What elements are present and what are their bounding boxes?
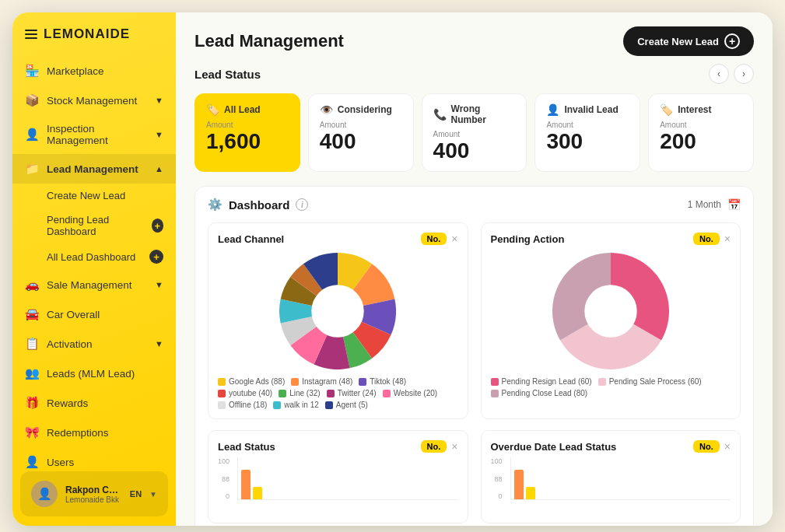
lead-channel-no-button[interactable]: No. xyxy=(421,233,447,245)
amount-label: Amount xyxy=(660,121,742,129)
chevron-down-icon: ▼ xyxy=(155,280,163,289)
considering-label: Considering xyxy=(338,104,392,115)
sidebar-item-label: Marketplace xyxy=(47,65,104,77)
sidebar-subitem-all-lead[interactable]: All Lead Dashboard + xyxy=(12,243,176,270)
sidebar-item-label: Rewards xyxy=(47,397,88,409)
sidebar-item-label: Stock Management xyxy=(47,95,137,107)
sidebar-item-marketplace[interactable]: 🏪 Marketplace xyxy=(12,56,176,86)
time-filter: 1 Month 📅 xyxy=(688,198,741,211)
status-card-considering[interactable]: 👁️ Considering Amount 400 xyxy=(308,93,414,172)
sidebar-item-inspection-management[interactable]: 👤 Inspection Management ▼ xyxy=(12,115,176,154)
overdue-date-chart-title: Overdue Date Lead Status xyxy=(491,441,617,453)
sidebar-item-redemptions[interactable]: 🎀 Redemptions xyxy=(12,418,176,447)
sidebar: LEMONAIDE 🏪 Marketplace 📦 Stock Manageme… xyxy=(12,12,176,526)
bar-orange xyxy=(514,470,524,499)
sub-item-label: All Lead Dashboard xyxy=(47,251,135,263)
sidebar-item-label: Sale Management xyxy=(47,279,132,291)
status-card-all-lead[interactable]: 🏷️ All Lead Amount 1,600 xyxy=(194,93,300,172)
sidebar-item-lead-management[interactable]: 📁 Lead Management ▲ xyxy=(12,154,176,184)
dashboard-title: Dashboard xyxy=(229,198,289,212)
status-card-wrong-number[interactable]: 📞 Wrong Number Amount 400 xyxy=(422,93,527,172)
pending-action-title: Pending Action xyxy=(491,233,565,245)
calendar-icon[interactable]: 📅 xyxy=(727,198,741,211)
language-selector[interactable]: EN xyxy=(130,489,142,499)
lead-channel-pie xyxy=(218,253,458,369)
inspection-icon: 👤 xyxy=(25,128,39,142)
pending-action-pie xyxy=(491,253,731,369)
sidebar-item-leads-mlm[interactable]: 👥 Leads (MLM Lead) xyxy=(12,359,176,388)
dashboard-header: ⚙️ Dashboard i 1 Month 📅 xyxy=(208,198,741,212)
pending-action-no-button[interactable]: No. xyxy=(693,233,720,245)
status-card-invalid-lead[interactable]: 👤 Invalid Lead Amount 300 xyxy=(534,93,640,172)
page-title: Lead Management xyxy=(194,31,344,51)
amount-label: Amount xyxy=(206,121,289,129)
legend-item: Website (20) xyxy=(383,389,438,397)
y-mid-label: 88 xyxy=(495,475,503,483)
charts-row: Lead Channel No. × xyxy=(208,222,741,419)
create-new-lead-button[interactable]: Create New Lead + xyxy=(623,26,754,56)
amount-label: Amount xyxy=(320,121,402,129)
y-max-label: 100 xyxy=(491,457,503,465)
content-area: Lead Status ‹ › 🏷️ All Lead Amount 1,600 xyxy=(176,64,773,526)
user-profile[interactable]: 👤 Rakpon Chartsuwan Lemonaide Bkk EN ▼ xyxy=(20,471,168,516)
considering-value: 400 xyxy=(320,131,402,152)
add-all-lead-button[interactable]: + xyxy=(149,250,163,264)
svg-point-1 xyxy=(584,285,637,338)
legend-item: Pending Close Lead (80) xyxy=(491,389,588,397)
sidebar-item-label: Car Overall xyxy=(47,309,100,320)
legend-item: walk in 12 xyxy=(273,401,318,409)
pending-action-close-button[interactable]: × xyxy=(724,233,731,245)
sidebar-item-rewards[interactable]: 🎁 Rewards xyxy=(12,388,176,418)
lead-status-chart: Lead Status No. × 100 88 0 xyxy=(208,430,468,523)
car-icon: 🚘 xyxy=(25,307,39,321)
overdue-date-close-button[interactable]: × xyxy=(724,440,731,453)
status-card-interest[interactable]: 🏷️ Interest Amount 200 xyxy=(648,93,754,172)
sale-icon: 🚗 xyxy=(25,278,39,292)
sidebar-item-car-overall[interactable]: 🚘 Car Overall xyxy=(12,299,176,329)
rewards-icon: 🎁 xyxy=(25,396,39,410)
all-lead-label: All Lead xyxy=(224,104,261,115)
info-icon: i xyxy=(296,198,308,211)
redemptions-icon: 🎀 xyxy=(25,425,39,439)
wrong-number-label: Wrong Number xyxy=(451,103,516,125)
lead-status-close-button[interactable]: × xyxy=(451,440,457,453)
lead-channel-close-button[interactable]: × xyxy=(451,233,457,245)
lead-status-title: Lead Status xyxy=(194,68,261,81)
overdue-date-no-button[interactable]: No. xyxy=(693,440,720,453)
status-nav-arrows: ‹ › xyxy=(709,64,754,84)
pending-action-legend: Pending Resign Lead (60)Pending Sale Pro… xyxy=(491,377,731,397)
sidebar-item-label: Users xyxy=(47,457,74,468)
sidebar-subitem-pending-lead[interactable]: Pending Lead Dashboard + xyxy=(12,208,176,243)
lead-status-header: Lead Status ‹ › xyxy=(194,64,754,84)
bar-yellow xyxy=(253,487,262,499)
invalid-lead-label: Invalid Lead xyxy=(564,104,618,115)
lead-status-no-button[interactable]: No. xyxy=(421,440,447,453)
interest-label: Interest xyxy=(678,104,711,115)
sidebar-subitem-create-new-lead[interactable]: Create New Lead xyxy=(12,184,176,208)
sidebar-item-label: Leads (MLM Lead) xyxy=(47,368,135,380)
next-arrow-button[interactable]: › xyxy=(734,64,754,84)
legend-item: Tiktok (48) xyxy=(359,377,406,386)
sidebar-item-users[interactable]: 👤 Users xyxy=(12,447,176,471)
legend-item: Twitter (24) xyxy=(327,389,377,397)
legend-item: Offline (18) xyxy=(218,401,267,409)
prev-arrow-button[interactable]: ‹ xyxy=(709,64,729,84)
all-lead-value: 1,600 xyxy=(206,131,289,152)
bar-orange xyxy=(241,470,251,499)
y-max-label: 100 xyxy=(218,457,230,465)
hamburger-icon[interactable] xyxy=(25,30,37,39)
filter-icon: ⚙️ xyxy=(208,198,223,212)
sidebar-item-activation[interactable]: 📋 Activation ▼ xyxy=(12,329,176,359)
overdue-date-chart: Overdue Date Lead Status No. × 100 88 0 xyxy=(481,430,741,523)
sidebar-item-sale-management[interactable]: 🚗 Sale Management ▼ xyxy=(12,270,176,299)
legend-item: Agent (5) xyxy=(325,401,368,409)
lead-channel-chart: Lead Channel No. × xyxy=(208,222,468,419)
lead-channel-title: Lead Channel xyxy=(218,233,284,245)
lead-icon: 📁 xyxy=(25,162,39,176)
all-lead-icon: 🏷️ xyxy=(206,103,219,116)
users-icon: 👤 xyxy=(25,455,39,469)
sub-item-label: Create New Lead xyxy=(47,190,125,201)
sidebar-item-stock-management[interactable]: 📦 Stock Management ▼ xyxy=(12,86,176,115)
add-pending-lead-button[interactable]: + xyxy=(152,219,163,233)
sub-item-label: Pending Lead Dashboard xyxy=(47,214,144,237)
